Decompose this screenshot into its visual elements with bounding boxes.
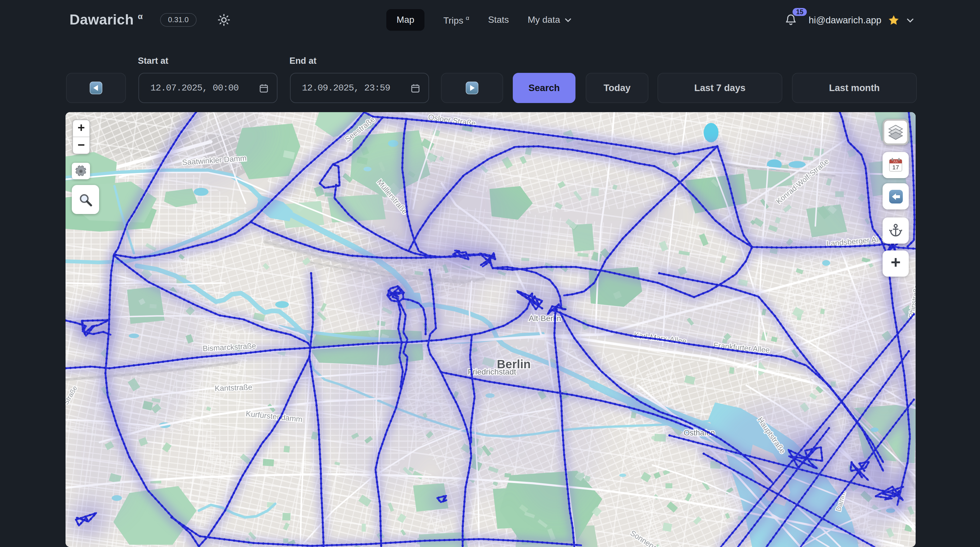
svg-text:Alt-Berlin: Alt-Berlin [529, 314, 561, 323]
svg-text:JUL: JUL [893, 160, 899, 163]
svg-text:Berlin: Berlin [497, 357, 531, 371]
svg-text:17: 17 [892, 164, 899, 170]
svg-text:Kantstraße: Kantstraße [215, 383, 252, 393]
